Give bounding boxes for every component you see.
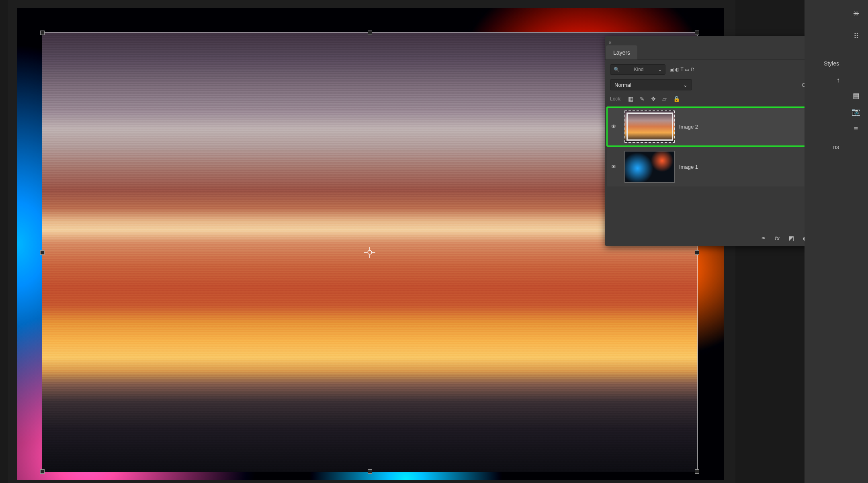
transform-handle-bottom-right[interactable] bbox=[695, 469, 699, 474]
lock-position-icon[interactable]: ✥ bbox=[651, 96, 656, 102]
transform-handle-bottom-middle[interactable] bbox=[368, 469, 372, 474]
right-panel-labels: Styles t ns bbox=[805, 0, 844, 483]
sliders-icon[interactable]: ≡ bbox=[844, 121, 868, 137]
layer-name-label[interactable]: Image 2 bbox=[679, 124, 698, 130]
filter-adjust-icon[interactable]: ◐ bbox=[675, 67, 679, 72]
fx-icon[interactable]: fx bbox=[775, 235, 780, 241]
blend-mode-value: Normal bbox=[614, 82, 631, 88]
link-layers-icon[interactable]: ⚭ bbox=[761, 235, 766, 242]
transform-handle-middle-right[interactable] bbox=[695, 250, 699, 255]
layer-name-label[interactable]: Image 1 bbox=[679, 164, 698, 170]
filter-shape-icon[interactable]: ▭ bbox=[685, 67, 689, 72]
transform-handle-top-left[interactable] bbox=[40, 31, 45, 35]
camera-icon[interactable]: 📷 bbox=[844, 104, 868, 120]
transform-handle-bottom-left[interactable] bbox=[40, 469, 45, 474]
transform-center-icon bbox=[364, 247, 375, 258]
panel-label-partial-t[interactable]: t bbox=[837, 77, 839, 84]
lock-all-icon[interactable]: 🔒 bbox=[673, 96, 680, 102]
right-icon-dock: ✳ ⠿ ▤ 📷 ≡ bbox=[844, 0, 868, 483]
transform-handle-top-middle[interactable] bbox=[368, 31, 372, 35]
chevron-down-icon: ⌄ bbox=[658, 67, 662, 72]
transform-handle-top-right[interactable] bbox=[695, 31, 699, 35]
filter-kind-label: Kind bbox=[634, 67, 643, 72]
lock-transparency-icon[interactable]: ▦ bbox=[628, 96, 633, 102]
filter-type-icon[interactable]: T bbox=[680, 67, 683, 72]
layer-visibility-toggle[interactable]: 👁 bbox=[607, 164, 620, 170]
color-wheel-icon[interactable]: ✳ bbox=[844, 6, 868, 22]
lock-nesting-icon[interactable]: ▱ bbox=[662, 96, 667, 102]
layer-filter-kind-dropdown[interactable]: 🔍 Kind ⌄ bbox=[610, 64, 665, 75]
mask-icon[interactable]: ◩ bbox=[788, 235, 794, 242]
blend-mode-dropdown[interactable]: Normal ⌄ bbox=[610, 79, 692, 90]
filter-pixel-icon[interactable]: ▣ bbox=[669, 67, 674, 72]
svg-point-0 bbox=[368, 250, 372, 254]
filter-smart-icon[interactable]: 🗋 bbox=[690, 67, 695, 72]
search-icon: 🔍 bbox=[614, 67, 620, 72]
panel-label-styles[interactable]: Styles bbox=[824, 60, 839, 67]
panel-label-partial-ns[interactable]: ns bbox=[833, 144, 839, 150]
lock-label: Lock: bbox=[610, 96, 622, 102]
transform-handle-middle-left[interactable] bbox=[40, 250, 45, 255]
lock-pixels-icon[interactable]: ✎ bbox=[640, 96, 645, 102]
transform-bounding-box[interactable] bbox=[42, 32, 698, 472]
glyph-panel-icon[interactable]: ⠿ bbox=[844, 28, 868, 44]
panel-close-icon[interactable]: × bbox=[608, 39, 612, 46]
layer-thumbnail[interactable] bbox=[624, 151, 675, 183]
chevron-down-icon: ⌄ bbox=[683, 82, 688, 88]
layer-visibility-toggle[interactable]: 👁 bbox=[607, 123, 620, 130]
layers-tab[interactable]: Layers bbox=[606, 45, 637, 59]
swatches-icon[interactable]: ▤ bbox=[844, 88, 868, 104]
layer-thumbnail[interactable] bbox=[624, 111, 675, 143]
